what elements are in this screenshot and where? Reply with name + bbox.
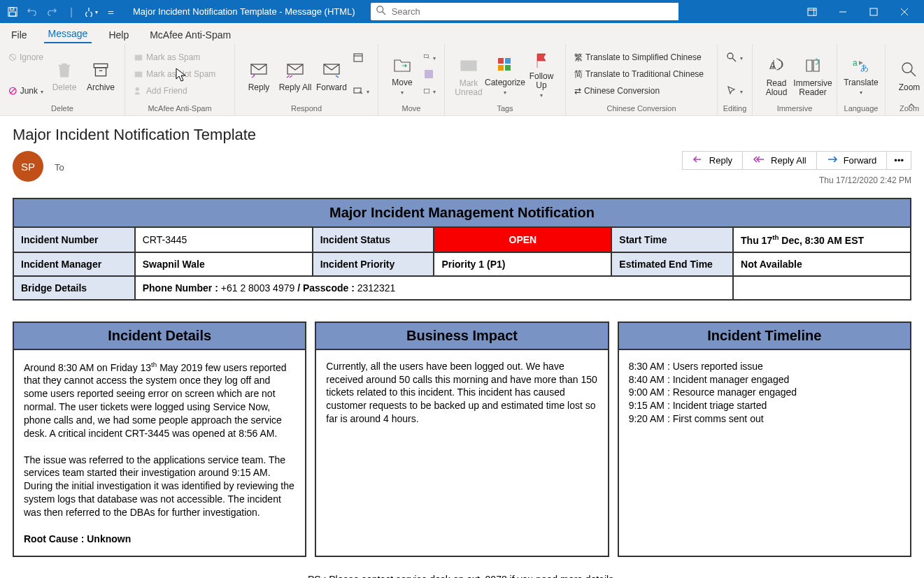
svg-point-3 xyxy=(377,6,383,13)
hdr-business-impact: Business Impact xyxy=(316,323,607,350)
tab-file[interactable]: File xyxy=(7,25,31,43)
minimize-icon[interactable] xyxy=(827,0,858,23)
sender-avatar[interactable]: SP xyxy=(13,151,43,182)
svg-rect-11 xyxy=(135,72,143,78)
zoom-button[interactable]: Zoom xyxy=(891,48,924,100)
window-controls xyxy=(797,0,920,23)
message-timestamp: Thu 17/12/2020 2:42 PM xyxy=(819,175,911,185)
label-incident-number: Incident Number xyxy=(13,227,135,252)
svg-rect-8 xyxy=(94,64,108,67)
mark-not-spam-button[interactable]: Mark as Not Spam xyxy=(131,66,229,82)
ignore-button[interactable]: Ignore xyxy=(6,50,46,65)
quick-access-toolbar: | ▾ ⚌ xyxy=(4,3,119,20)
translate-button[interactable]: aあTranslate▾ xyxy=(843,48,879,100)
reply-button[interactable]: Reply xyxy=(241,48,277,100)
qat-customize-icon[interactable]: ⚌ xyxy=(102,3,119,20)
mark-spam-button[interactable]: Mark as Spam xyxy=(131,50,229,65)
save-icon[interactable] xyxy=(4,3,21,20)
move-button[interactable]: Move▾ xyxy=(384,48,420,100)
select-button[interactable]: ▾ xyxy=(723,83,746,99)
translate-simplified-button[interactable]: 繁Translate to Simplified Chinese xyxy=(571,50,711,65)
tab-help[interactable]: Help xyxy=(104,25,133,43)
book-icon xyxy=(804,55,821,77)
msg-more-actions-button[interactable]: ••• xyxy=(887,151,911,170)
immersive-reader-button[interactable]: Immersive Reader xyxy=(795,48,831,100)
search-box[interactable] xyxy=(371,3,678,20)
body-business-impact: Currently, all the users have been logge… xyxy=(316,350,607,532)
to-label: To xyxy=(55,162,64,173)
detail-columns: Incident Details Around 8:30 AM on Frida… xyxy=(13,321,911,557)
label-incident-status: Incident Status xyxy=(313,227,434,252)
forward-arrow-icon xyxy=(827,155,838,166)
meeting-button[interactable] xyxy=(350,50,372,65)
categorize-button[interactable]: Categorize▾ xyxy=(487,48,523,100)
value-bridge-details: Phone Number : +61 2 8003 4979 / Passcod… xyxy=(135,276,733,300)
window-title: Major Incident Notification Template - M… xyxy=(133,6,355,17)
junk-button[interactable]: Junk▾ xyxy=(6,83,46,99)
move-folder-icon xyxy=(393,54,411,76)
read-aloud-button[interactable]: ARead Aloud xyxy=(758,48,795,100)
follow-up-button[interactable]: Follow Up▾ xyxy=(523,48,560,100)
archive-icon xyxy=(92,59,110,81)
chinese-conversion-button[interactable]: ⇄Chinese Conversion xyxy=(571,83,711,99)
svg-point-30 xyxy=(902,63,912,73)
forward-button[interactable]: Forward xyxy=(313,48,350,100)
title-bar: | ▾ ⚌ Major Incident Notification Templa… xyxy=(0,0,924,23)
tab-mcafee[interactable]: McAfee Anti-Spam xyxy=(145,25,235,43)
archive-button[interactable]: Archive xyxy=(83,48,119,100)
table-main-header: Major Incident Management Notification xyxy=(13,198,911,227)
value-incident-status: OPEN xyxy=(434,227,611,252)
svg-text:あ: あ xyxy=(860,63,869,73)
svg-point-12 xyxy=(136,87,139,91)
ps-note: PS : Please contact service desk on ext.… xyxy=(13,574,911,578)
collapse-ribbon-icon[interactable] xyxy=(906,100,917,111)
group-label-zoom: Zoom xyxy=(886,104,924,115)
reply-all-arrow-icon xyxy=(753,155,765,166)
svg-rect-1 xyxy=(10,7,14,10)
ribbon-group-move: Move▾ ▾ ▾ Move xyxy=(378,44,445,115)
msg-reply-button[interactable]: Reply xyxy=(682,151,743,170)
svg-rect-5 xyxy=(870,8,877,15)
search-input[interactable] xyxy=(392,3,678,20)
group-label-respond: Respond xyxy=(235,104,378,115)
svg-rect-9 xyxy=(95,68,106,76)
incident-summary-table: Major Incident Management Notification I… xyxy=(13,198,911,301)
value-incident-priority: Priority 1 (P1) xyxy=(434,252,611,276)
msg-reply-all-button[interactable]: Reply All xyxy=(743,151,817,170)
ribbon-group-tags: Mark Unread Categorize▾ Follow Up▾ Tags xyxy=(445,44,566,115)
translate-icon: 繁 xyxy=(574,52,583,64)
maximize-icon[interactable] xyxy=(858,0,889,23)
delete-button[interactable]: Delete xyxy=(46,48,83,100)
msg-forward-button[interactable]: Forward xyxy=(817,151,888,170)
reply-all-button[interactable]: Reply All xyxy=(277,48,313,100)
more-respond-button[interactable]: ▾ xyxy=(350,83,372,99)
add-friend-button[interactable]: Add Friend xyxy=(131,83,229,99)
translate-traditional-button[interactable]: 简Translate to Traditional Chinese xyxy=(571,66,711,82)
mark-unread-button[interactable]: Mark Unread xyxy=(450,48,487,100)
translate-language-icon: aあ xyxy=(852,54,870,76)
tab-message[interactable]: Message xyxy=(44,24,92,43)
value-incident-manager: Swapnil Wale xyxy=(135,252,313,276)
undo-icon[interactable] xyxy=(24,3,41,20)
timeline-item: 8:40 AM : Incident manager engaged xyxy=(629,373,900,386)
redo-icon[interactable] xyxy=(43,3,60,20)
col-incident-timeline: Incident Timeline 8:30 AM : Users report… xyxy=(618,321,911,557)
svg-rect-24 xyxy=(498,65,504,71)
ribbon-group-zoom: Zoom Zoom xyxy=(886,44,924,115)
close-icon[interactable] xyxy=(889,0,920,23)
message-actions: Reply Reply All Forward ••• xyxy=(682,151,911,170)
onenote-button[interactable] xyxy=(420,66,439,82)
find-button[interactable]: ▾ xyxy=(723,50,746,65)
svg-point-26 xyxy=(727,53,733,59)
ribbon-tabs: File Message Help McAfee Anti-Spam xyxy=(0,23,924,44)
timeline-item: 9:15 AM : Incident triage started xyxy=(629,399,900,412)
forward-icon xyxy=(322,59,341,81)
actions-button[interactable]: ▾ xyxy=(420,83,439,99)
rules-button[interactable]: ▾ xyxy=(420,50,439,65)
zoom-icon xyxy=(901,59,918,81)
timeline-item: 8:30 AM : Users reported issue xyxy=(629,360,900,373)
group-label-chinese: Chinese Conversion xyxy=(566,104,717,115)
touch-mode-icon[interactable]: ▾ xyxy=(83,3,99,20)
svg-rect-4 xyxy=(808,8,816,15)
ribbon-display-icon[interactable] xyxy=(797,0,827,23)
